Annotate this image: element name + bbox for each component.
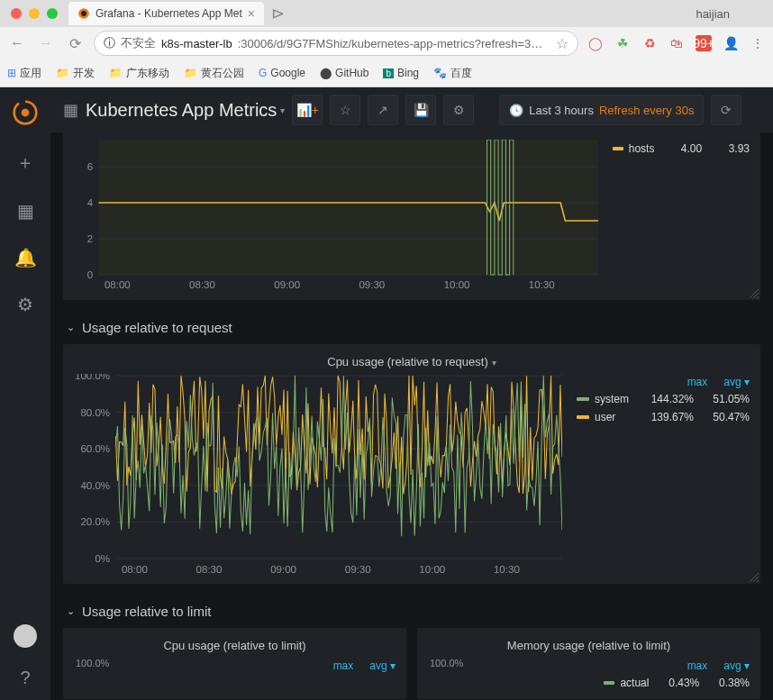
bookmark-folder-1[interactable]: 📁广东移动	[109, 66, 169, 81]
legend-sort-avg[interactable]: avg ▾	[723, 659, 750, 672]
resize-handle[interactable]	[750, 289, 759, 298]
dashboard-title[interactable]: Kubernetes App Metrics▾	[86, 100, 285, 121]
row-usage-limit[interactable]: ⌄ Usage relative to limit	[63, 595, 760, 628]
legend-row-system[interactable]: system 144.32% 51.05%	[573, 390, 753, 408]
time-range-label: Last 3 hours	[529, 104, 594, 117]
cpu-req-plot[interactable]: 0%20.0%40.0%60.0%80.0%100.0% 08:0008:300…	[70, 374, 562, 577]
forward-button[interactable]: →	[36, 33, 56, 53]
back-button[interactable]: ←	[7, 33, 27, 53]
url-host: k8s-master-lb	[161, 37, 232, 50]
legend-sort-max[interactable]: max	[333, 659, 354, 672]
legend-row-user[interactable]: user 139.67% 50.47%	[573, 408, 753, 426]
legend-sort-avg[interactable]: avg ▾	[723, 376, 750, 388]
grafana-app: ＋ ▦ 🔔 ⚙ ? ▦ Kubernetes App Metrics▾ 📊+ ☆…	[0, 87, 773, 700]
svg-text:09:30: 09:30	[345, 564, 371, 575]
ext-icon-4[interactable]: 🛍	[668, 35, 685, 51]
dashboard-canvas[interactable]: 0 2 4 6 08:00 08:30 09:00 09:30	[50, 132, 773, 700]
dashboard-grid-icon[interactable]: ▦	[63, 100, 78, 120]
close-window[interactable]	[11, 8, 22, 19]
panel-mem-limit: Memory usage (relative to limit) 100.0% …	[417, 628, 760, 699]
minimize-window[interactable]	[29, 8, 40, 19]
main: ▦ Kubernetes App Metrics▾ 📊+ ☆ ↗ 💾 ⚙ 🕓 L…	[50, 87, 773, 700]
ext-icon-5[interactable]: 👤	[723, 35, 739, 51]
add-panel-button[interactable]: 📊+	[292, 95, 323, 125]
cpu-lim-plot[interactable]: 100.0%	[70, 658, 289, 685]
add-icon[interactable]: ＋	[16, 150, 34, 175]
svg-text:10:00: 10:00	[419, 564, 445, 575]
svg-text:08:00: 08:00	[122, 564, 148, 575]
swatch-user	[577, 415, 589, 419]
bookmark-folder-2[interactable]: 📁黄石公园	[184, 66, 244, 81]
insecure-label: 不安全	[121, 35, 156, 51]
hosts-plot[interactable]: 0 2 4 6 08:00 08:30 09:00 09:30	[70, 140, 598, 293]
panel-title-cpu-lim[interactable]: Cpu usage (relative to limit)	[70, 635, 399, 658]
bookmark-google[interactable]: GGoogle	[259, 67, 305, 79]
svg-point-1	[81, 11, 86, 16]
maximize-window[interactable]	[47, 8, 58, 19]
new-tab-button[interactable]: ⊳	[264, 4, 292, 23]
cpu-req-legend: max avg ▾ system 144.32% 51.05% user	[573, 374, 753, 577]
profile-name[interactable]: haijian	[696, 7, 766, 21]
refresh-button[interactable]: ⟳	[711, 95, 741, 125]
legend-sort-avg[interactable]: avg ▾	[369, 659, 396, 672]
svg-text:09:00: 09:00	[270, 564, 296, 575]
svg-text:10:00: 10:00	[444, 279, 470, 290]
topbar: ▦ Kubernetes App Metrics▾ 📊+ ☆ ↗ 💾 ⚙ 🕓 L…	[50, 87, 773, 132]
ext-icon-2[interactable]: ☘	[614, 35, 631, 51]
tab-title: Grafana - Kubernetes App Met	[95, 7, 242, 20]
svg-text:08:00: 08:00	[105, 279, 131, 290]
ext-icon-1[interactable]: ◯	[587, 35, 604, 51]
bookmark-folder-0[interactable]: 📁开发	[56, 66, 95, 81]
bookmark-star-icon[interactable]: ☆	[556, 35, 568, 52]
svg-text:60.0%: 60.0%	[80, 443, 110, 454]
reload-button[interactable]: ⟳	[65, 33, 85, 53]
swatch-system	[577, 397, 589, 401]
cpu-lim-legend: max avg ▾	[300, 658, 399, 685]
hosts-legend: hosts 4.00 3.93	[609, 140, 753, 293]
menu-icon[interactable]: ⋮	[750, 35, 766, 51]
chevron-down-icon: ▾	[280, 105, 285, 115]
star-button[interactable]: ☆	[330, 95, 360, 125]
row-usage-request[interactable]: ⌄ Usage relative to request	[63, 311, 760, 344]
legend-sort-max[interactable]: max	[687, 376, 708, 388]
alerting-icon[interactable]: 🔔	[14, 247, 37, 268]
window-controls	[11, 8, 58, 19]
svg-rect-3	[98, 140, 598, 275]
svg-point-2	[22, 109, 30, 117]
apps-button[interactable]: ⊞应用	[7, 66, 41, 81]
extension-icons: ◯ ☘ ♻ 🛍 99+ 👤 ⋮	[587, 35, 766, 51]
settings-button[interactable]: ⚙	[443, 95, 474, 125]
dashboards-icon[interactable]: ▦	[17, 200, 34, 222]
legend-sort-max[interactable]: max	[687, 659, 708, 672]
info-icon: ⓘ	[104, 35, 115, 51]
browser-tab[interactable]: Grafana - Kubernetes App Met ×	[68, 2, 264, 25]
bookmark-baidu[interactable]: 🐾百度	[433, 66, 472, 81]
grafana-logo[interactable]	[13, 100, 38, 125]
ext-icon-3[interactable]: ♻	[641, 35, 658, 51]
sidebar: ＋ ▦ 🔔 ⚙ ?	[0, 87, 50, 700]
bookmark-bing[interactable]: bBing	[383, 67, 419, 79]
user-avatar[interactable]	[14, 624, 37, 648]
panel-title-cpu-req[interactable]: Cpu usage (relative to request)▾	[70, 351, 753, 374]
panel-title-mem-lim[interactable]: Memory usage (relative to limit)	[424, 635, 753, 658]
save-button[interactable]: 💾	[405, 95, 436, 125]
legend-row-actual[interactable]: actual 0.43% 0.38%	[600, 674, 753, 692]
resize-handle[interactable]	[750, 573, 759, 582]
ext-badge[interactable]: 99+	[696, 35, 712, 51]
config-icon[interactable]: ⚙	[17, 294, 33, 315]
clock-icon: 🕓	[509, 104, 523, 117]
svg-text:10:30: 10:30	[529, 279, 555, 290]
svg-text:09:30: 09:30	[359, 279, 385, 290]
time-range-picker[interactable]: 🕓 Last 3 hours Refresh every 30s	[499, 95, 704, 125]
chevron-down-icon: ⌄	[67, 605, 75, 617]
legend-row-hosts[interactable]: hosts 4.00 3.93	[609, 140, 753, 158]
swatch-actual	[604, 681, 614, 685]
url-input[interactable]: ⓘ 不安全 k8s-master-lb:30006/d/9G7FMShiz/ku…	[94, 31, 578, 56]
bookmark-github[interactable]: ⬤GitHub	[320, 67, 368, 79]
panel-hosts: 0 2 4 6 08:00 08:30 09:00 09:30	[63, 132, 760, 300]
help-icon[interactable]: ?	[20, 668, 30, 688]
mem-lim-plot[interactable]: 100.0%	[424, 658, 589, 685]
share-button[interactable]: ↗	[368, 95, 398, 125]
svg-text:08:30: 08:30	[196, 564, 223, 575]
close-tab-icon[interactable]: ×	[248, 6, 255, 21]
